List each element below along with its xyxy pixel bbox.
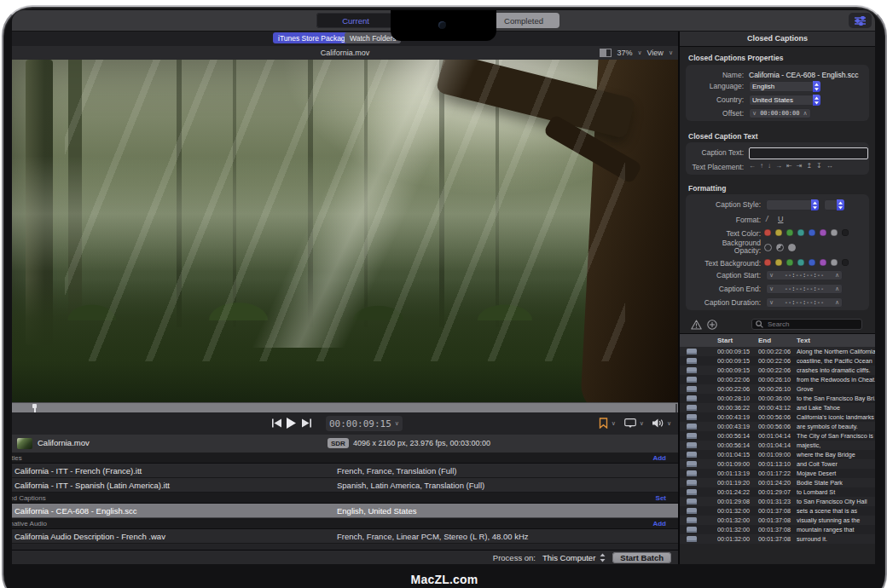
process-target-dropdown[interactable]: This Computer bbox=[542, 553, 606, 562]
caption-row[interactable]: 00:01:09:0000:01:13:10and Coit Tower bbox=[680, 459, 875, 469]
caption-row[interactable]: 00:01:19:2000:01:24:20Bodie State Park bbox=[680, 478, 875, 487]
caption-row[interactable]: 00:00:09:1500:00:22:06coastline, the Pac… bbox=[680, 356, 875, 366]
caption-row[interactable]: 00:00:22:0600:00:26:10from the Redwoods … bbox=[680, 375, 875, 384]
move-up-icon[interactable]: ↑ bbox=[760, 162, 763, 170]
inspector-toggle-button[interactable] bbox=[849, 13, 872, 28]
stepper-down-icon[interactable]: ∨ bbox=[769, 285, 774, 292]
yellow-swatch[interactable] bbox=[775, 259, 782, 266]
stepper-down-icon[interactable]: ∨ bbox=[752, 110, 757, 117]
search-input[interactable] bbox=[766, 320, 858, 329]
stepper-up-icon[interactable]: ∧ bbox=[803, 110, 807, 117]
caption-end-stepper[interactable]: ∨ --:--:--:-- ∧ bbox=[766, 284, 843, 294]
caption-row[interactable]: 00:01:24:2200:01:29:07to Lombard St bbox=[680, 487, 875, 497]
warning-icon[interactable] bbox=[691, 320, 702, 330]
caption-text-input[interactable] bbox=[749, 147, 868, 159]
italic-button[interactable]: / bbox=[766, 215, 768, 223]
add-caption-icon[interactable] bbox=[707, 320, 717, 330]
align-center-icon[interactable]: ↔ bbox=[826, 162, 833, 170]
asset-row[interactable]: California - ITT - Spanish (Latin Americ… bbox=[12, 478, 678, 493]
move-left-icon[interactable]: ← bbox=[749, 162, 756, 170]
caption-row[interactable]: 00:00:56:1400:01:04:14majestic, bbox=[680, 441, 875, 450]
next-frame-button[interactable] bbox=[302, 418, 311, 428]
blue-swatch[interactable] bbox=[809, 229, 815, 236]
column-start[interactable]: Start bbox=[717, 337, 758, 344]
caption-style-popup[interactable] bbox=[766, 199, 819, 210]
caption-row[interactable]: 00:00:43:1900:00:56:06are symbols of bea… bbox=[680, 422, 875, 431]
yellow-swatch[interactable] bbox=[775, 229, 782, 236]
move-right-icon[interactable]: → bbox=[775, 162, 782, 170]
caption-row[interactable]: 00:00:28:1000:00:36:00to the San Francis… bbox=[680, 394, 875, 403]
caption-row[interactable]: 00:01:29:0800:01:31:23to San Francisco C… bbox=[680, 497, 875, 506]
caption-row[interactable]: 00:00:09:1500:00:22:06crashes into drama… bbox=[680, 366, 875, 375]
column-end[interactable]: End bbox=[758, 337, 797, 344]
language-popup[interactable]: English bbox=[749, 81, 820, 92]
stepper-down-icon[interactable]: ∨ bbox=[769, 299, 774, 306]
caption-row[interactable]: 00:01:32:0000:01:37:08visually stunning … bbox=[680, 516, 875, 525]
caption-row[interactable]: 00:01:13:1900:01:17:22Mojave Desert bbox=[680, 469, 875, 478]
section-action-link[interactable]: Add bbox=[652, 454, 666, 462]
section-action-link[interactable]: Add bbox=[652, 520, 666, 527]
opacity-none-button[interactable] bbox=[764, 244, 772, 251]
caption-row[interactable]: 00:01:32:0000:01:37:08surround it. bbox=[680, 534, 875, 544]
align-bottom-icon[interactable]: ↧ bbox=[816, 162, 822, 170]
caption-row[interactable]: 00:00:09:1500:00:22:06Along the Northern… bbox=[680, 347, 875, 356]
asset-row[interactable]: California - CEA-608 - English.sccEnglis… bbox=[12, 504, 678, 518]
caption-duration-stepper[interactable]: ∨ --:--:--:-- ∧ bbox=[766, 297, 843, 308]
start-batch-button[interactable]: Start Batch bbox=[612, 552, 671, 563]
caption-row[interactable]: 00:00:43:1900:00:56:06California's iconi… bbox=[680, 412, 875, 422]
playhead[interactable] bbox=[32, 404, 37, 412]
media-row[interactable]: California.mov SDR 4096 x 2160 px, 23.97… bbox=[12, 435, 678, 453]
purple-swatch[interactable] bbox=[820, 229, 826, 236]
black-swatch[interactable] bbox=[842, 259, 849, 266]
offset-stepper[interactable]: ∨ 00:00:00:00 ∧ bbox=[749, 108, 811, 118]
asset-row[interactable]: California - ITT - French (France).ittFr… bbox=[12, 464, 678, 478]
align-leading-icon[interactable]: ⇤ bbox=[786, 162, 792, 170]
caption-row[interactable]: 00:00:36:2200:00:43:12and Lake Tahoe bbox=[680, 403, 875, 412]
caption-style-secondary-popup[interactable] bbox=[824, 199, 844, 210]
caption-row[interactable]: 00:00:56:1400:01:04:14The City of San Fr… bbox=[680, 431, 875, 441]
stepper-down-icon[interactable]: ∨ bbox=[769, 272, 774, 279]
red-swatch[interactable] bbox=[764, 229, 771, 236]
caption-row[interactable]: 00:01:32:0000:01:37:08sets a scene that … bbox=[680, 506, 875, 516]
timecode-display[interactable]: 00:00:09:15 ∨ bbox=[326, 416, 403, 431]
tab-current[interactable]: Current bbox=[316, 13, 395, 28]
search-field[interactable] bbox=[751, 319, 862, 330]
caption-row[interactable]: 00:01:04:1500:01:09:00where the Bay Brid… bbox=[680, 450, 875, 459]
red-swatch[interactable] bbox=[764, 259, 771, 266]
move-down-icon[interactable]: ↓ bbox=[768, 162, 771, 170]
column-text[interactable]: Text bbox=[797, 337, 810, 344]
white-swatch[interactable] bbox=[831, 229, 838, 236]
stepper-up-icon[interactable]: ∧ bbox=[835, 285, 839, 292]
caption-row[interactable]: 00:01:32:0000:01:37:08mountain ranges th… bbox=[680, 525, 875, 534]
teal-swatch[interactable] bbox=[797, 259, 804, 266]
zoom-level-dropdown[interactable]: 37% bbox=[617, 49, 632, 57]
audio-volume-icon[interactable] bbox=[652, 418, 664, 428]
opacity-full-button[interactable] bbox=[788, 244, 796, 251]
underline-button[interactable]: U bbox=[778, 215, 784, 223]
country-popup[interactable]: United States bbox=[749, 95, 820, 106]
stepper-up-icon[interactable]: ∧ bbox=[835, 272, 839, 279]
purple-swatch[interactable] bbox=[820, 259, 826, 266]
white-swatch[interactable] bbox=[831, 259, 838, 266]
caption-row[interactable]: 00:00:22:0600:00:26:10Grove bbox=[680, 384, 875, 394]
asset-row[interactable]: California Audio Description - French .w… bbox=[12, 529, 678, 544]
black-swatch[interactable] bbox=[842, 229, 849, 236]
caption-overlay-icon[interactable] bbox=[624, 418, 636, 429]
caption-start-stepper[interactable]: ∨ --:--:--:-- ∧ bbox=[766, 270, 843, 280]
green-swatch[interactable] bbox=[786, 259, 793, 266]
align-top-icon[interactable]: ↥ bbox=[806, 162, 812, 170]
teal-swatch[interactable] bbox=[797, 229, 804, 236]
align-trailing-icon[interactable]: ⇥ bbox=[797, 162, 803, 170]
stepper-up-icon[interactable]: ∧ bbox=[835, 299, 839, 306]
section-action-link[interactable]: Set bbox=[656, 494, 666, 502]
previous-frame-button[interactable] bbox=[272, 418, 281, 428]
green-swatch[interactable] bbox=[786, 229, 793, 236]
tab-completed[interactable]: Completed bbox=[488, 13, 559, 28]
blue-swatch[interactable] bbox=[809, 259, 815, 266]
tab-itunes-store-package[interactable]: iTunes Store Package bbox=[273, 32, 354, 43]
view-dropdown[interactable]: View bbox=[647, 49, 664, 57]
play-button[interactable] bbox=[287, 418, 296, 429]
split-view-icon[interactable] bbox=[600, 49, 612, 57]
bookmark-icon[interactable] bbox=[599, 418, 608, 429]
opacity-half-button[interactable] bbox=[776, 244, 784, 251]
